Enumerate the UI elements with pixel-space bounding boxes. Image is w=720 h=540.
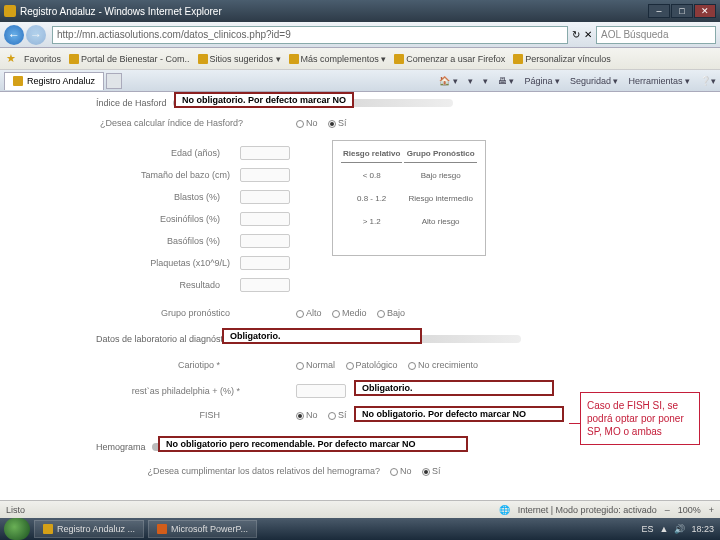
status-bar: Listo 🌐 Internet | Modo protegido: activ… [0, 500, 720, 518]
tab-icon [13, 76, 23, 86]
radio-medio[interactable] [332, 310, 340, 318]
taskbar-app-1[interactable]: Registro Andaluz ... [34, 520, 144, 538]
ie-icon [43, 524, 53, 534]
refresh-icon[interactable]: ↻ [572, 29, 580, 40]
security-menu[interactable]: Seguridad ▾ [570, 76, 619, 86]
input-eosin[interactable] [240, 212, 290, 226]
fav-link-3[interactable]: Más complementos ▾ [289, 54, 387, 64]
fish-radio-group: No Sí [296, 410, 355, 420]
tab-bar: Registro Andaluz 🏠 ▾ ▾ ▾ 🖶 ▾ Página ▾ Se… [0, 70, 720, 92]
stop-icon[interactable]: ✕ [584, 29, 592, 40]
input-blastos[interactable] [240, 190, 290, 204]
section-hasford: Índice de Hasford [96, 98, 167, 108]
radio-patologico[interactable] [346, 362, 354, 370]
label-hemo-q: ¿Desea cumplimentar los datos relativos … [120, 466, 380, 476]
page-content: Índice de Hasford No obligatorio. Por de… [0, 92, 720, 518]
note-hasford: No obligatorio. Por defecto marcar NO [174, 92, 354, 108]
label-result: Resultado [120, 280, 220, 290]
radio-noc[interactable] [408, 362, 416, 370]
radio-si[interactable] [328, 120, 336, 128]
zoom-in-icon[interactable]: + [709, 505, 714, 515]
label-cariotipo: Cariotipo * [120, 360, 220, 370]
radio-no[interactable] [296, 120, 304, 128]
ppt-icon [157, 524, 167, 534]
input-phil[interactable] [296, 384, 346, 398]
status-zoom: 100% [678, 505, 701, 515]
internet-zone-icon: 🌐 [499, 505, 510, 515]
read-icon[interactable]: ▾ [483, 76, 488, 86]
label-phil: rest`as philadelphia + (%) * [110, 386, 240, 396]
maximize-button[interactable]: □ [671, 4, 693, 18]
input-basof[interactable] [240, 234, 290, 248]
tray-icon[interactable]: ▲ [660, 524, 669, 534]
note-datoslab: Obligatorio. [222, 328, 422, 344]
grupo-radio-group: Alto Medio Bajo [296, 308, 413, 318]
section-datoslab: Datos de laboratorio al diagnóstico [96, 334, 235, 344]
label-blastos: Blastos (%) [120, 192, 220, 202]
zoom-out-icon[interactable]: – [665, 505, 670, 515]
fav-icon [513, 54, 523, 64]
hemo-radio-group: No Sí [390, 466, 449, 476]
radio-alto[interactable] [296, 310, 304, 318]
address-bar[interactable]: http://mn.actiasolutions.com/datos_clini… [52, 26, 568, 44]
callout-fish: Caso de FISH SI, se podrá optar por pone… [580, 392, 700, 445]
navbar: ← → http://mn.actiasolutions.com/datos_c… [0, 22, 720, 48]
window-title: Registro Andaluz - Windows Internet Expl… [20, 6, 222, 17]
favorites-bar: ★ Favoritos Portal de Bienestar - Com.. … [0, 48, 720, 70]
input-result[interactable] [240, 278, 290, 292]
favorites-star-icon[interactable]: ★ [6, 52, 16, 65]
note-hemograma: No obligatorio pero recomendable. Por de… [158, 436, 468, 452]
input-plaq[interactable] [240, 256, 290, 270]
clock[interactable]: 18:23 [691, 524, 714, 534]
fav-icon [394, 54, 404, 64]
page-menu[interactable]: Página ▾ [524, 76, 560, 86]
favorites-label: Favoritos [24, 54, 61, 64]
fav-link-1[interactable]: Portal de Bienestar - Com.. [69, 54, 190, 64]
fav-icon [69, 54, 79, 64]
radio-fish-si[interactable] [328, 412, 336, 420]
calc-radio-group: No Sí [296, 118, 355, 128]
minimize-button[interactable]: – [648, 4, 670, 18]
tab-registro[interactable]: Registro Andaluz [4, 72, 104, 90]
risk-h1: Riesgo relativo [341, 149, 402, 163]
label-grupo: Grupo pronóstico [120, 308, 230, 318]
back-button[interactable]: ← [4, 25, 24, 45]
new-tab-button[interactable] [106, 73, 122, 89]
risk-h2: Grupo Pronóstico [404, 149, 477, 163]
fav-link-5[interactable]: Personalizar vínculos [513, 54, 611, 64]
note-phil: Obligatorio. [354, 380, 554, 396]
radio-bajo[interactable] [377, 310, 385, 318]
forward-button[interactable]: → [26, 25, 46, 45]
input-edad[interactable] [240, 146, 290, 160]
volume-icon[interactable]: 🔊 [674, 524, 685, 534]
fav-link-4[interactable]: Comenzar a usar Firefox [394, 54, 505, 64]
risk-table: Riesgo relativoGrupo Pronóstico < 0.8Baj… [339, 147, 479, 234]
taskbar-app-2[interactable]: Microsoft PowerP... [148, 520, 257, 538]
note-fish: No obligatorio. Por defecto marcar NO [354, 406, 564, 422]
fav-icon [289, 54, 299, 64]
radio-hemo-si[interactable] [422, 468, 430, 476]
print-icon[interactable]: 🖶 ▾ [498, 76, 515, 86]
label-eosin: Eosinófilos (%) [120, 214, 220, 224]
section-hemograma: Hemograma [96, 442, 146, 452]
label-edad: Edad (años) [120, 148, 220, 158]
status-left: Listo [6, 505, 25, 515]
label-plaq: Plaquetas (x10^9/L) [120, 258, 230, 268]
feeds-icon[interactable]: ▾ [468, 76, 473, 86]
home-icon[interactable]: 🏠 ▾ [439, 76, 458, 86]
label-bazo: Tamaño del bazo (cm) [120, 170, 230, 180]
app-icon [4, 5, 16, 17]
close-button[interactable]: ✕ [694, 4, 716, 18]
help-icon[interactable]: ❔▾ [700, 76, 716, 86]
fav-link-2[interactable]: Sitios sugeridos ▾ [198, 54, 281, 64]
radio-fish-no[interactable] [296, 412, 304, 420]
radio-hemo-no[interactable] [390, 468, 398, 476]
risk-table-box: Riesgo relativoGrupo Pronóstico < 0.8Baj… [332, 140, 486, 256]
start-button[interactable] [4, 518, 30, 540]
radio-normal[interactable] [296, 362, 304, 370]
lang-indicator[interactable]: ES [642, 524, 654, 534]
search-box[interactable]: AOL Búsqueda [596, 26, 716, 44]
tools-menu[interactable]: Herramientas ▾ [628, 76, 690, 86]
label-fish: FISH [120, 410, 220, 420]
input-bazo[interactable] [240, 168, 290, 182]
